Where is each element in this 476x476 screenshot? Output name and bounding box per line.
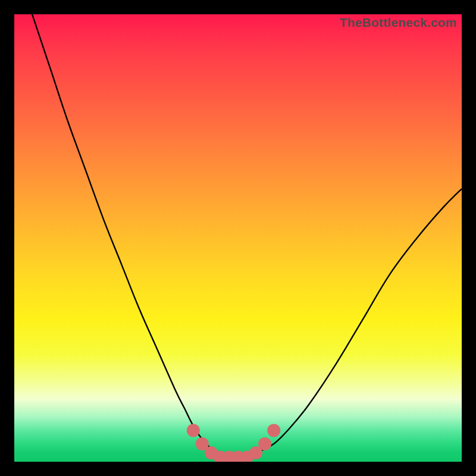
curve-marker <box>258 437 271 450</box>
curve-marker <box>267 424 280 437</box>
marker-group <box>187 424 280 462</box>
curve-path <box>32 14 462 458</box>
chart-frame: TheBottleneck.com <box>0 0 476 476</box>
curve-marker <box>187 424 200 437</box>
chart-plot-area: TheBottleneck.com <box>14 14 462 462</box>
bottleneck-curve <box>14 14 462 462</box>
